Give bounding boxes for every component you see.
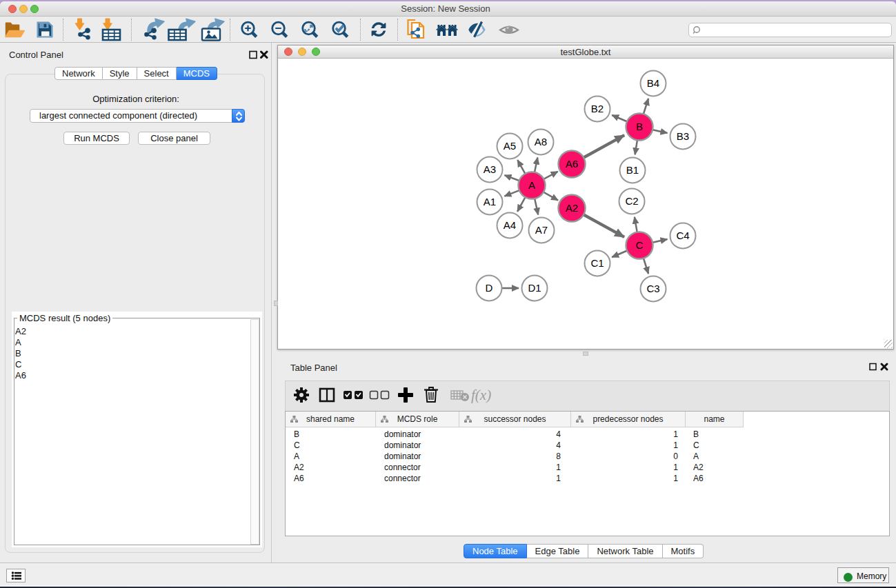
svg-text:C2: C2 bbox=[625, 195, 638, 207]
svg-text:C3: C3 bbox=[646, 283, 659, 294]
svg-text:A6: A6 bbox=[566, 158, 578, 170]
svg-text:C4: C4 bbox=[676, 230, 689, 241]
svg-text:A: A bbox=[528, 179, 535, 191]
svg-text:f(x): f(x) bbox=[471, 387, 491, 403]
svg-text:A4: A4 bbox=[504, 219, 516, 231]
svg-text:C: C bbox=[636, 239, 644, 251]
svg-text:A2: A2 bbox=[566, 202, 578, 214]
svg-text:B: B bbox=[636, 121, 643, 132]
svg-text:A3: A3 bbox=[484, 163, 496, 175]
svg-text:A1: A1 bbox=[484, 196, 496, 207]
svg-text:C1: C1 bbox=[590, 257, 604, 269]
svg-text:B2: B2 bbox=[591, 103, 604, 114]
svg-text:B3: B3 bbox=[677, 130, 689, 142]
svg-text:D: D bbox=[486, 282, 493, 294]
svg-text:A5: A5 bbox=[504, 140, 516, 152]
svg-text:A7: A7 bbox=[535, 224, 548, 236]
svg-text:A8: A8 bbox=[535, 136, 547, 148]
svg-text:D1: D1 bbox=[528, 282, 541, 294]
svg-text:B1: B1 bbox=[626, 164, 639, 176]
svg-text:B4: B4 bbox=[647, 77, 659, 89]
